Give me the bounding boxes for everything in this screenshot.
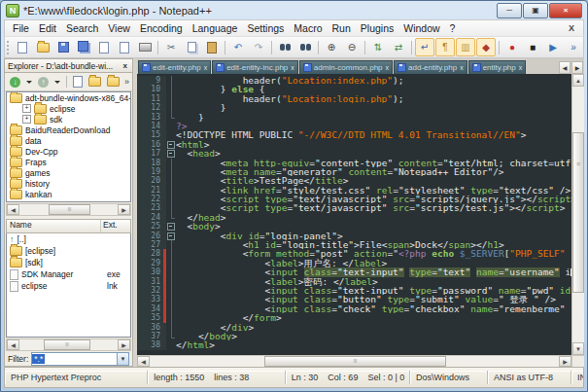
code-line-text[interactable]: </form> [176,313,571,322]
sync-horizontal-button[interactable]: ⇄ [389,38,408,56]
scroll-up-icon[interactable]: ▲ [572,74,584,87]
tree-hscroll-thumb[interactable] [49,204,89,215]
menu-run[interactable]: Run [328,21,356,35]
filter-value[interactable]: *.* [32,354,45,364]
copy-button[interactable] [182,38,201,56]
tab-edit-entity-php[interactable]: edit-entity.phpx [138,60,211,74]
code-line-text[interactable]: <input class="text-input" type="text" na… [176,267,571,276]
code-line-text[interactable]: header("Location:index.php"); [176,76,571,85]
chevron-down-icon[interactable]: ▼ [117,353,128,365]
tree-item-dev-cpp[interactable]: Dev-Cpp [7,146,130,157]
code-line-text[interactable]: <meta http-equiv="content-type" content=… [176,159,571,167]
scroll-left-icon[interactable]: ◀ [7,204,19,215]
scroll-right-icon[interactable]: ▶ [118,204,130,215]
list-hscrollbar[interactable]: ◀ ▶ [6,339,131,351]
paste-button[interactable] [202,38,222,56]
code-line-text[interactable]: <input class="text-input" type="password… [176,286,571,295]
macro-save-button[interactable] [584,38,588,56]
menu-edit[interactable]: Edit [34,21,61,35]
tab-entity-php[interactable]: entity.phpx [468,60,527,74]
scroll-right-icon[interactable]: ▶ [118,339,130,350]
goto-folder-button[interactable] [86,74,103,89]
fold-collapse-icon[interactable] [166,232,176,240]
link-current-file-button[interactable] [71,74,85,89]
open-file-button[interactable] [33,38,52,56]
code-line-text[interactable]: <div id="login-panel"> [176,232,571,240]
code-line-text[interactable]: <title>TestPage</title> [176,176,571,185]
zoom-out-button[interactable]: ⊖ [342,38,362,56]
user-define-dialog-button[interactable]: ◆ [476,38,496,56]
code-area[interactable]: 9 header("Location:index.php");10 } else… [137,74,571,355]
menu-window[interactable]: Window [398,21,444,35]
code-line-text[interactable]: </div> [176,323,571,332]
tree-hscrollbar[interactable]: ◀ ▶ [6,203,131,216]
column-ext[interactable]: Ext. [101,220,130,232]
code-line-text[interactable]: <script type="text/javascript" src="scri… [176,203,571,212]
tab-edit-entity-inc-php[interactable]: edit-entity-inc.phpx [212,60,298,74]
editor-hscroll-thumb[interactable] [264,356,446,367]
close-tab-icon[interactable]: x [203,64,208,71]
save-button[interactable] [53,38,73,56]
scroll-left-icon[interactable]: ◀ [137,356,150,367]
menu-plugins[interactable]: Plugins [356,21,398,35]
tree-item-baidureaderdownload[interactable]: BaiduReaderDownload [7,125,130,135]
cut-button[interactable]: ✂ [161,38,181,56]
close-tab-icon[interactable]: x [459,64,464,71]
print-button[interactable] [135,38,155,56]
tree-item-sdk[interactable]: +sdk [7,114,130,125]
code-line-text[interactable]: header("Location:login.php"); [176,94,571,103]
expand-icon[interactable]: + [22,104,31,113]
word-wrap-button[interactable]: ↵ [415,38,434,56]
code-line-text[interactable]: <label>密码: </label> [176,277,571,286]
code-line-text[interactable]: <script type="text/javascript" src="scri… [176,195,571,203]
indent-guide-button[interactable]: ▥ [456,38,475,56]
tree-item-adt-bundle-windows-x86-64-201[interactable]: adt-bundle-windows-x86_64-201 [7,92,130,103]
tab-add-entity-php[interactable]: add-entity.phpx [394,60,467,74]
tree-hscroll-track[interactable] [19,204,118,215]
scroll-down-icon[interactable]: ▼ [572,342,584,355]
code-line-text[interactable]: </head> [176,213,571,222]
menu-file[interactable]: File [8,21,34,35]
fold-collapse-icon[interactable] [166,149,176,158]
tree-item-kankan[interactable]: kankan [7,189,130,199]
sync-vertical-button[interactable]: ⇅ [368,38,388,56]
close-tab-icon[interactable]: x [385,64,390,71]
list-item-eclipse[interactable]: eclipselnk [7,280,130,292]
code-line-text[interactable]: } [176,113,571,122]
menu-item[interactable]: ? [445,21,461,35]
menu-encoding[interactable]: Encoding [135,21,188,35]
macro-record-button[interactable]: ● [502,38,522,56]
list-hscroll-track[interactable] [19,339,118,350]
scroll-left-icon[interactable]: ◀ [7,339,19,350]
minimize-button[interactable]: ─ [497,3,522,18]
menu-macro[interactable]: Macro [289,21,327,35]
refresh-menu-button[interactable] [24,74,34,89]
vscroll-thumb[interactable] [572,132,584,293]
close-tab-icon[interactable]: x [290,64,294,71]
fold-collapse-icon[interactable] [166,140,176,149]
code-line-text[interactable]: <body> [176,222,571,231]
list-item-eclipse[interactable]: [eclipse] [7,245,130,257]
code-line-text[interactable]: } else { [176,85,571,93]
list-item-sdk[interactable]: [sdk] [7,257,130,268]
show-all-chars-button[interactable]: ¶ [435,38,455,56]
column-name[interactable]: Name [7,220,101,232]
close-all-button[interactable] [115,38,134,56]
replace-button[interactable] [295,38,315,56]
code-line-text[interactable]: <h1 id="login-title">File<span>Dock</spa… [176,240,571,249]
tree-item-fraps[interactable]: Fraps [7,157,130,167]
expand-icon[interactable]: + [22,115,31,124]
redo-button[interactable]: ↷ [249,38,268,56]
code-line-text[interactable]: <html> [176,140,571,149]
code-line-text[interactable]: <link href="style/test.css" rel="stylesh… [176,186,571,195]
code-line-text[interactable]: } [176,103,571,112]
close-button[interactable]: × [549,3,582,18]
list-item-item[interactable]: ↑[..] [7,233,130,245]
code-line-text[interactable]: </html> [176,340,571,349]
macro-run-multiple-button[interactable]: » [564,38,583,56]
macro-play-button[interactable]: ▶ [543,38,563,56]
menu-language[interactable]: Language [188,21,243,35]
code-line-text[interactable]: <meta name="generator" content="Notepad+… [176,167,571,176]
filter-combobox[interactable]: *.* ▼ [31,352,129,366]
close-tab-icon[interactable]: x [518,64,523,71]
